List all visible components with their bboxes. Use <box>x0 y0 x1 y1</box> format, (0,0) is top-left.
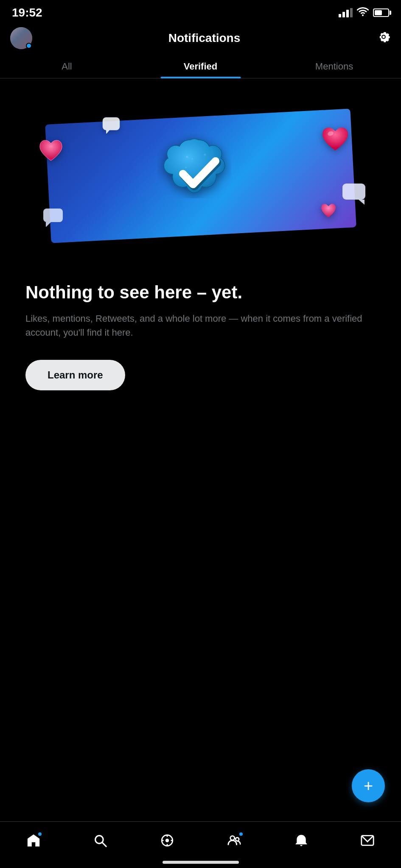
messages-nav-icon <box>360 833 375 851</box>
svg-point-20 <box>230 836 235 840</box>
svg-line-13 <box>102 842 106 846</box>
svg-rect-8 <box>43 209 63 222</box>
spaces-nav-icon <box>160 833 174 851</box>
heart-icon-left <box>38 138 64 168</box>
status-icons <box>339 7 389 19</box>
nav-search[interactable] <box>93 833 107 851</box>
notifications-nav-icon <box>294 833 308 851</box>
heart-icon-small <box>320 203 337 223</box>
nav-messages[interactable] <box>360 833 375 851</box>
nav-spaces[interactable] <box>160 833 174 851</box>
chat-bubble-bottom-right <box>342 183 367 210</box>
search-nav-icon <box>93 833 107 851</box>
empty-state-title: Nothing to see here – yet. <box>25 282 376 303</box>
communities-nav-dot <box>238 832 244 837</box>
svg-point-4 <box>191 158 193 160</box>
svg-point-5 <box>204 154 206 156</box>
verified-badge <box>154 134 239 218</box>
heart-icon-right <box>320 125 350 159</box>
avatar-badge <box>26 43 32 49</box>
chat-bubble-top <box>102 117 121 137</box>
home-nav-dot <box>37 832 42 837</box>
avatar[interactable] <box>10 27 32 49</box>
status-time: 19:52 <box>12 6 42 19</box>
chat-bubble-bottom-left <box>42 208 64 231</box>
hero-canvas <box>0 91 401 261</box>
svg-marker-11 <box>359 200 365 205</box>
nav-communities[interactable] <box>227 833 242 851</box>
empty-state-content: Nothing to see here – yet. Likes, mentio… <box>0 265 401 403</box>
svg-rect-0 <box>103 117 120 130</box>
tab-mentions[interactable]: Mentions <box>267 53 401 78</box>
status-bar: 19:52 <box>0 0 401 23</box>
nav-notifications[interactable] <box>294 833 308 851</box>
svg-point-21 <box>236 837 239 841</box>
compose-fab[interactable]: + <box>352 769 385 802</box>
svg-rect-10 <box>342 184 365 200</box>
battery-icon <box>373 8 389 17</box>
home-indicator <box>163 861 239 864</box>
empty-state-description: Likes, mentions, Retweets, and a whole l… <box>25 312 376 339</box>
svg-point-15 <box>165 838 169 842</box>
svg-point-3 <box>186 156 188 158</box>
settings-icon[interactable] <box>376 30 391 47</box>
tabs: All Verified Mentions <box>0 53 401 78</box>
hero-image <box>0 91 401 261</box>
learn-more-button[interactable]: Learn more <box>25 360 125 390</box>
header: Notifications <box>0 23 401 53</box>
svg-marker-9 <box>46 222 51 227</box>
tab-verified[interactable]: Verified <box>134 53 267 78</box>
svg-point-7 <box>185 167 187 168</box>
signal-icon <box>339 8 353 17</box>
tab-all[interactable]: All <box>0 53 134 78</box>
page-title: Notifications <box>168 31 241 45</box>
svg-marker-1 <box>106 130 109 134</box>
wifi-icon <box>357 7 369 19</box>
nav-home[interactable] <box>26 833 41 851</box>
